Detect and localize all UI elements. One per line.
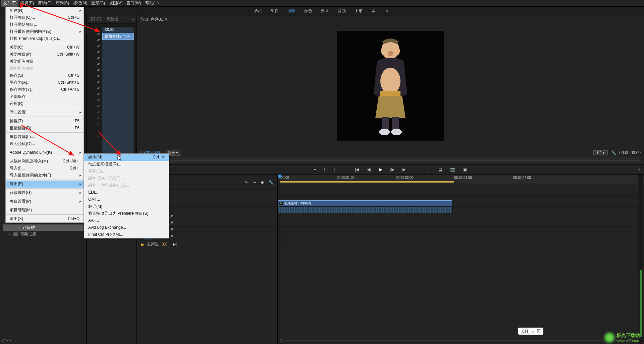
step-back-icon[interactable]: ◀| xyxy=(366,166,372,173)
clip-audio[interactable] xyxy=(278,207,452,213)
menu-view[interactable]: 视图(V) xyxy=(107,0,124,7)
ws-learn[interactable]: 学习 xyxy=(254,8,262,14)
fm-close-proj[interactable]: 关闭项目(P)Ctrl+Shift+W xyxy=(6,51,84,58)
fm-proj-settings[interactable]: 项目设置(P)▸ xyxy=(6,198,84,205)
fm-save-all[interactable]: 全部保存 xyxy=(6,93,84,100)
source-drop[interactable]: :00:00 视频素材2.mp4 xyxy=(102,27,134,154)
fm-save[interactable]: 保存(S)Ctrl+S xyxy=(6,72,84,79)
tree-video-trans[interactable]: › 视频过渡 xyxy=(3,231,84,237)
fm-capture[interactable]: 捕捉(T)...F5 xyxy=(6,118,84,125)
marker-add-icon[interactable]: ▾ xyxy=(313,166,317,173)
project-bins[interactable]: ↶↶↶↶ ↶↶↶↶ ↶↶↶↶ ↶↶↶↶ ↶↶ :00:00 视频素材2.mp4 xyxy=(87,23,137,161)
panel-menu-icon[interactable]: ≡ xyxy=(165,17,167,22)
menu-window[interactable]: 窗口(W) xyxy=(124,0,143,7)
lock-icon[interactable]: 🔒 xyxy=(140,243,144,246)
ws-editing[interactable]: 编辑 xyxy=(287,8,296,14)
fm-save-as[interactable]: 另存为(A)...Ctrl+Shift+S xyxy=(6,79,84,86)
undo-icon: ↶ xyxy=(96,128,101,134)
h-scroll[interactable] xyxy=(285,340,637,341)
em-avid[interactable]: Avid Log Exchange... xyxy=(84,224,169,231)
fm-revert[interactable]: 还原(R) xyxy=(6,100,84,107)
fm-save-copy[interactable]: 保存副本(Y)...Ctrl+Alt+S xyxy=(6,86,84,93)
fm-proj-manage[interactable]: 项目管理(M)... xyxy=(6,207,84,214)
zoom-handle[interactable] xyxy=(2,339,5,342)
em-fcpxml[interactable]: Final Cut Pro XML... xyxy=(84,231,169,238)
fm-dyn-link[interactable]: Adobe Dynamic Link(K)▸ xyxy=(6,149,84,156)
master-db[interactable]: 0.0 xyxy=(162,242,167,247)
fm-set-offline[interactable]: 设为脱机(O)... xyxy=(6,140,84,147)
tree-ultrakey[interactable]: ▪ 超级键 xyxy=(3,224,84,231)
fm-get-props[interactable]: 获取属性(G)▸ xyxy=(6,189,84,196)
ime-indicator[interactable]: CH ♪ 简 xyxy=(518,328,543,335)
wrench-icon[interactable]: 🔧 xyxy=(611,150,616,155)
fm-close[interactable]: 关闭(C)Ctrl+W xyxy=(6,44,84,51)
lift-icon[interactable]: ⬚ xyxy=(425,166,432,173)
ws-libraries[interactable]: 库 xyxy=(371,8,375,14)
menu-graphics[interactable]: 图形(G) xyxy=(89,0,107,7)
em-aaf[interactable]: AAF... xyxy=(84,217,169,224)
fm-export[interactable]: 导出(E)▸ xyxy=(6,181,84,188)
em-omf[interactable]: OMF... xyxy=(84,196,169,203)
fm-import-recent[interactable]: 导入最近使用的文件(F)▸ xyxy=(6,172,84,179)
em-edl[interactable]: EDL... xyxy=(84,189,169,196)
fm-batch-capture[interactable]: 批量捕捉(B)...F6 xyxy=(6,125,84,132)
clip-video[interactable]: fx 视频素材2.mp4[V] xyxy=(278,200,452,206)
snap-icon[interactable]: ⊳ xyxy=(244,179,249,185)
menu-clip[interactable]: 剪辑(C) xyxy=(36,0,54,7)
em-media[interactable]: 媒体(M)...Ctrl+M xyxy=(84,154,169,161)
fm-import[interactable]: 导入(I)...Ctrl+I xyxy=(6,165,84,172)
menu-file[interactable]: 文件(F) xyxy=(1,0,18,7)
fm-import-browser[interactable]: 从媒体浏览器导入(M)Ctrl+Alt+I xyxy=(6,158,84,165)
program-ruler[interactable] xyxy=(140,157,641,163)
ws-color[interactable]: 颜色 xyxy=(304,8,312,14)
tab-sequence[interactable]: 序列01 xyxy=(89,16,102,22)
add-button-icon[interactable]: ＋ xyxy=(637,166,641,172)
go-out-icon[interactable]: ▶| xyxy=(401,166,408,173)
fm-open[interactable]: 打开项目(O)...Ctrl+O xyxy=(6,14,84,21)
zoom-handle[interactable] xyxy=(7,339,11,342)
resolution-selector[interactable]: 1/2 ▾ xyxy=(593,150,607,155)
time-ruler[interactable]: :00:00 00:00:01:00 00:00:02:00 00:00:03:… xyxy=(278,175,644,183)
svg-point-4 xyxy=(388,51,393,56)
timeline-body[interactable]: :00:00 00:00:01:00 00:00:02:00 00:00:03:… xyxy=(278,175,644,344)
step-fwd-icon[interactable]: |▶ xyxy=(389,166,396,173)
fm-link-media[interactable]: 链接媒体(L)... xyxy=(6,133,84,140)
link-icon[interactable]: ∾ xyxy=(252,179,257,185)
go-in-icon[interactable]: |◀ xyxy=(354,166,360,173)
program-tc-total: 00:00:03:00 xyxy=(620,150,641,155)
em-markers[interactable]: 标记(M)... xyxy=(84,203,169,210)
ws-graphics[interactable]: 图形 xyxy=(355,8,363,14)
dropped-clip[interactable]: 视频素材2.mp4 xyxy=(102,33,134,40)
fm-exit[interactable]: 退出(X)Ctrl+Q xyxy=(6,215,84,222)
fm-open-recent[interactable]: 打开最近使用的内容(E)▸ xyxy=(6,28,84,35)
menu-help[interactable]: 帮助(H) xyxy=(143,0,161,7)
in-point-icon[interactable]: { xyxy=(323,166,327,173)
em-motion[interactable]: 动态图形模板(R)... xyxy=(84,161,169,168)
markers-icon[interactable]: ◆ xyxy=(260,179,264,185)
export-frame-icon[interactable]: 📷 xyxy=(449,166,457,173)
play-icon[interactable]: ▶ xyxy=(378,166,384,173)
menu-marker[interactable]: 标记(M) xyxy=(71,0,89,7)
work-area[interactable] xyxy=(280,181,454,183)
em-prem-proj[interactable]: 将选择项导出为 Premiere 项目(S)... xyxy=(84,210,169,217)
extract-icon[interactable]: ⬓ xyxy=(437,166,443,173)
fm-sync[interactable]: 同步设置▸ xyxy=(6,109,84,116)
ws-more[interactable]: » xyxy=(384,9,390,13)
fm-open-team[interactable]: 打开团队项目... xyxy=(6,21,84,28)
skip-icon[interactable]: ▶| xyxy=(173,242,177,247)
ws-effects[interactable]: 效果 xyxy=(321,8,329,14)
ws-assembly[interactable]: 组件 xyxy=(271,8,279,14)
menu-edit[interactable]: 编辑(E) xyxy=(18,0,36,7)
program-canvas[interactable] xyxy=(137,23,644,149)
ws-audio[interactable]: 音频 xyxy=(338,8,346,14)
out-point-icon[interactable]: } xyxy=(332,166,336,173)
tab-more[interactable]: » xyxy=(131,17,134,22)
settings-icon[interactable]: 🔧 xyxy=(268,179,274,185)
h-zoom-handle[interactable] xyxy=(280,339,283,342)
compare-icon[interactable]: ▣ xyxy=(462,166,468,173)
menu-sequence[interactable]: 序列(S) xyxy=(54,0,71,7)
fm-new[interactable]: 新建(N)▸ xyxy=(6,7,84,14)
fm-convert[interactable]: 转换 Premiere Clip 项目(C)... xyxy=(6,35,84,42)
tab-metadata[interactable]: 元数据 xyxy=(106,16,118,22)
fm-close-all[interactable]: 关闭所有项目 xyxy=(6,58,84,65)
